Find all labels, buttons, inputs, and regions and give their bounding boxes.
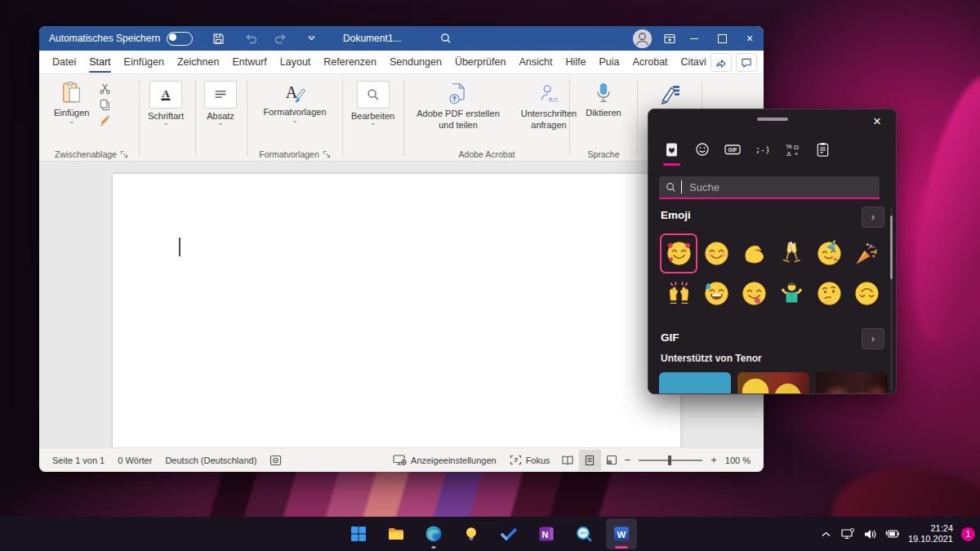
tab-layout[interactable]: Layout [274,51,318,73]
tab-ansicht[interactable]: Ansicht [512,51,559,73]
search-field[interactable] [659,176,880,199]
zoom-in-button[interactable]: + [709,454,719,466]
emoji-party-popper[interactable] [848,233,885,273]
proofing-status-icon[interactable] [263,448,288,472]
paragraph-button[interactable]: Absatz ⌄ [201,79,240,127]
tab-start[interactable]: Start [82,51,117,73]
clipboard-dialog-launcher-icon[interactable] [120,150,128,158]
editing-group: Bearbeiten ⌄ [343,74,403,161]
zoom-level[interactable]: 100 % [719,448,757,472]
zoom-slider[interactable] [639,460,702,461]
display-settings-button[interactable]: Anzeigeeinstellungen [386,448,503,472]
notification-badge[interactable]: 1 [961,527,975,541]
emoji-thinking-face[interactable] [810,273,848,313]
taskbar-onenote-icon[interactable]: N [531,518,562,549]
autosave-toggle[interactable] [167,32,193,46]
tab-zeichnen[interactable]: Zeichnen [171,51,225,73]
emoji-grinning-face-with-sweat[interactable] [697,273,735,313]
battery-icon[interactable] [884,522,901,546]
tab-sendungen[interactable]: Sendungen [383,51,448,73]
emoji-partying-face[interactable] [810,233,848,273]
styles-dialog-launcher-icon[interactable] [323,150,331,158]
comments-button[interactable] [736,53,757,72]
panel-tab-gif-icon[interactable]: GIF [717,136,747,163]
gif-more-button[interactable]: › [862,328,884,349]
tab-puia[interactable]: Puia [592,51,626,73]
copy-icon[interactable] [99,99,111,111]
print-layout-button[interactable] [579,450,601,471]
account-avatar[interactable] [631,28,653,49]
emoji-smiling-face-with-hearts[interactable] [660,233,697,273]
taskbar-explorer-icon[interactable] [381,518,412,549]
redo-icon[interactable] [270,28,291,49]
gif-thumbnail-teal[interactable] [659,372,731,394]
gif-thumbnail-concert[interactable] [816,372,888,394]
font-button[interactable]: A Schriftart ⌄ [145,79,187,127]
editing-button[interactable]: Bearbeiten ⌄ [348,79,398,127]
network-icon[interactable] [840,522,857,546]
panel-tab-symbols-icon[interactable]: %ΩΔ+ [777,136,808,163]
page-indicator[interactable]: Seite 1 von 1 [46,448,111,472]
adobe-acrobat-group: Adobe PDF erstellen und teilen Unterschr… [404,74,569,161]
tab-entwurf[interactable]: Entwurf [225,51,273,73]
undo-icon[interactable] [240,28,261,49]
tab-citavi[interactable]: Citavi [675,51,713,73]
emoji-clinking-glasses[interactable] [773,233,810,273]
panel-drag-handle[interactable] [757,118,788,121]
panel-tab-clipboard-icon[interactable] [808,136,838,163]
dictate-button[interactable]: Diktieren [581,79,626,119]
emoji-face-savoring-food[interactable] [735,273,773,313]
styles-group: A Formatvorlagen ⌄ Formatvorlagen [247,74,342,161]
tray-clock[interactable]: 21:24 19.10.2021 [908,523,953,544]
taskbar-start-icon[interactable] [343,518,374,549]
taskbar-search-icon[interactable] [568,518,599,549]
language-indicator[interactable]: Deutsch (Deutschland) [158,448,263,472]
emoji-raising-hands[interactable] [660,273,697,313]
format-painter-icon[interactable] [99,115,111,127]
gif-thumbnail-minions[interactable] [737,372,809,394]
panel-tab-recent-icon[interactable] [657,136,687,163]
maximize-button[interactable] [708,26,736,51]
ribbon-display-options-icon[interactable] [659,28,680,49]
panel-tab-kaomoji-icon[interactable]: ;-) [747,136,777,163]
paste-button[interactable]: Einfügen ⌄ [49,79,94,126]
minimize-button[interactable] [680,26,708,51]
emoji-upside-down-face[interactable] [848,273,885,313]
panel-tab-emoji-icon[interactable] [687,136,717,163]
search-input[interactable] [688,180,862,194]
share-button[interactable] [710,53,732,72]
panel-close-icon[interactable]: × [866,112,888,131]
emoji-smiling-face-with-smiling-eyes[interactable] [697,233,735,273]
tab-referenzen[interactable]: Referenzen [317,51,383,73]
tab-acrobat[interactable]: Acrobat [626,51,674,73]
focus-button[interactable]: Fokus [503,448,557,472]
tab-hilfe[interactable]: Hilfe [559,51,592,73]
volume-icon[interactable] [862,522,879,546]
taskbar-lightbulb-icon[interactable] [456,518,487,549]
tray-chevron-up-icon[interactable] [818,522,835,546]
document-page[interactable] [113,174,680,450]
close-button[interactable]: × [736,26,764,51]
word-count[interactable]: 0 Wörter [111,448,158,472]
save-icon[interactable] [207,28,229,49]
cut-icon[interactable] [99,82,111,95]
tab-einfügen[interactable]: Einfügen [118,51,171,73]
emoji-grid [660,233,885,313]
adobe-pdf-button[interactable]: Adobe PDF erstellen und teilen [409,79,507,133]
zoom-out-button[interactable]: − [623,454,633,466]
tab-datei[interactable]: Datei [46,51,82,73]
web-layout-button[interactable] [601,450,623,471]
emoji-man-shrugging[interactable] [773,273,810,313]
emoji-more-button[interactable]: › [862,207,884,228]
tab-überprüfen[interactable]: Überprüfen [448,51,513,73]
styles-button[interactable]: A Formatvorlagen ⌄ [258,79,331,125]
zoom-slider-thumb[interactable] [668,455,671,465]
read-mode-button[interactable] [557,450,579,471]
taskbar-todo-icon[interactable] [493,518,524,549]
search-icon[interactable] [435,28,457,49]
quick-access-chevron-icon[interactable] [301,28,322,49]
taskbar-edge-icon[interactable] [418,518,449,549]
emoji-flexed-biceps[interactable] [735,233,773,273]
taskbar-word-icon[interactable]: W [606,518,637,549]
panel-scrollbar[interactable] [890,207,893,391]
